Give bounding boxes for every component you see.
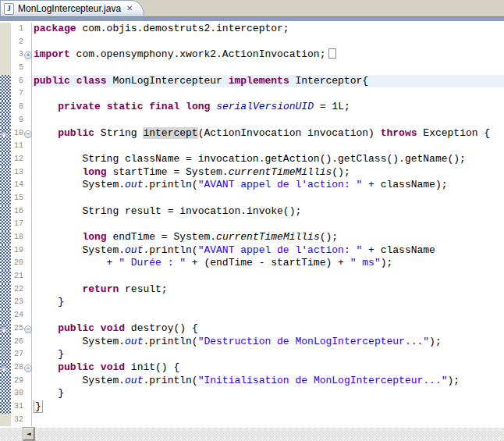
code-token: + className	[362, 244, 435, 256]
fold-column	[25, 179, 32, 192]
code-token: return	[82, 283, 119, 295]
fold-column	[25, 87, 32, 101]
code-token: }	[34, 400, 43, 413]
editor-row: 7	[0, 87, 504, 101]
code-line[interactable]	[32, 87, 504, 101]
code-line[interactable]: System.out.println("AVANT appel de l'act…	[32, 244, 504, 258]
code-line[interactable]: }	[32, 400, 504, 414]
annotation-ruler-cell	[0, 361, 11, 375]
code-line[interactable]: String className = invocation.getAction(…	[32, 153, 504, 166]
code-line[interactable]	[32, 270, 504, 283]
close-icon[interactable]: ✕	[126, 3, 133, 14]
fold-column	[25, 296, 32, 309]
code-token	[34, 127, 58, 139]
code-token: "AVANT appel de l'action: "	[198, 244, 363, 256]
editor-row: 31}	[0, 400, 504, 414]
code-token: " ms"	[350, 257, 381, 269]
eclipse-java-editor: { "tab": { "title": "MonLogIntercepteur.…	[0, 0, 504, 441]
code-line[interactable]	[32, 218, 504, 231]
code-token: long	[82, 166, 106, 178]
line-number: 3	[11, 48, 25, 62]
editor-row: 24	[0, 309, 504, 322]
code-token: }	[34, 387, 64, 399]
code-line[interactable]	[32, 140, 504, 153]
fold-column: −	[25, 127, 32, 140]
code-token: ();	[320, 231, 338, 243]
code-line[interactable]: + " Durée : " + (endTime - startTime) + …	[32, 257, 504, 270]
line-number: 25	[11, 322, 25, 336]
code-token: System.	[34, 244, 125, 256]
fold-expand-icon[interactable]: +	[24, 52, 32, 59]
line-number: 17	[11, 218, 25, 231]
code-line[interactable]: System.out.println("AVANT appel de l'act…	[32, 179, 504, 192]
line-number: 29	[11, 375, 25, 388]
code-token: );	[381, 257, 393, 269]
editor-row: 30 }	[0, 387, 504, 400]
editor-row: 21	[0, 270, 504, 283]
fold-column: −	[25, 361, 32, 375]
editor-row: 25− public void destroy() {	[0, 322, 504, 336]
code-line[interactable]: }	[32, 296, 504, 309]
folded-region-icon[interactable]	[328, 48, 336, 59]
fold-column	[25, 75, 32, 88]
fold-collapse-icon[interactable]: −	[24, 365, 32, 372]
fold-column	[25, 270, 32, 283]
code-line[interactable]	[32, 36, 504, 49]
code-token: implements	[229, 75, 289, 87]
code-line[interactable]	[32, 414, 504, 427]
code-line[interactable]: private static final long serialVersionU…	[32, 101, 504, 114]
line-number: 6	[11, 75, 25, 88]
line-number: 9	[11, 114, 25, 127]
code-line[interactable]: String result = invocation.invoke();	[32, 205, 504, 219]
code-line[interactable]: }	[32, 387, 504, 400]
annotation-ruler-cell	[0, 400, 11, 414]
annotation-ruler-cell	[0, 101, 11, 114]
horizontal-scrollbar[interactable]: ◄	[0, 428, 504, 441]
code-line[interactable]: public void init() {	[32, 361, 504, 375]
annotation-ruler-cell	[0, 23, 11, 36]
code-line[interactable]: System.out.println("Initialisation de Mo…	[32, 375, 504, 388]
code-token: System.	[34, 375, 125, 386]
code-line[interactable]: public void destroy() {	[32, 322, 504, 336]
fold-collapse-icon[interactable]: −	[24, 325, 32, 333]
code-line[interactable]	[32, 114, 504, 127]
annotation-ruler-cell	[0, 283, 11, 297]
fold-collapse-icon[interactable]: −	[24, 130, 32, 138]
code-token: throws	[381, 127, 417, 139]
code-line[interactable]: System.out.println("Destruction de MonLo…	[32, 336, 504, 349]
code-token	[70, 75, 76, 87]
line-number: 19	[11, 244, 25, 258]
code-token: .println(	[143, 375, 197, 386]
editor-row: 20 + " Durée : " + (endTime - startTime)…	[0, 257, 504, 270]
code-token: out	[125, 179, 143, 190]
fold-column	[25, 218, 32, 231]
code-token: + className);	[362, 179, 447, 190]
override-indicator-icon	[0, 130, 8, 137]
code-line[interactable]: long startTime = System.currentTimeMilli…	[32, 166, 504, 180]
code-token: serialVersionUID	[216, 101, 314, 112]
code-line[interactable]: }	[32, 348, 504, 361]
code-line[interactable]	[32, 62, 504, 75]
code-token	[34, 101, 58, 112]
scroll-left-arrow-icon[interactable]: ◄	[23, 428, 34, 440]
code-token	[34, 322, 58, 334]
code-line[interactable]	[32, 309, 504, 322]
tab-monlogintercepteur[interactable]: J MonLogIntercepteur.java ✕	[0, 0, 144, 16]
code-line[interactable]: public class MonLogIntercepteur implemen…	[32, 75, 504, 88]
annotation-ruler-cell	[0, 36, 11, 49]
code-line[interactable]: package com.objis.demostruts2.intercepto…	[32, 23, 504, 36]
annotation-ruler-cell	[0, 322, 11, 336]
code-token: String result = invocation.invoke();	[34, 205, 301, 217]
annotation-ruler-cell	[0, 205, 11, 219]
fold-column: +	[25, 48, 32, 62]
code-line[interactable]: long endTime = System.currentTimeMillis(…	[32, 231, 504, 244]
annotation-ruler-cell	[0, 231, 11, 244]
code-line[interactable]: import com.opensymphony.xwork2.ActionInv…	[32, 48, 504, 62]
code-token: destroy() {	[125, 322, 198, 334]
annotation-ruler-cell	[0, 75, 11, 88]
code-line[interactable]: public String intercept(ActionInvocation…	[32, 127, 504, 140]
code-line[interactable]	[32, 192, 504, 205]
editor-row: 22 return result;	[0, 283, 504, 297]
line-number: 1	[11, 23, 25, 36]
code-line[interactable]: return result;	[32, 283, 504, 297]
